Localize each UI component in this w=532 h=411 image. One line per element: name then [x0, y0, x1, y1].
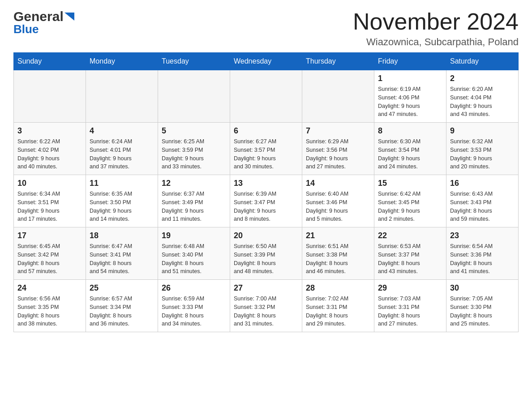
- calendar-cell: 20Sunrise: 6:50 AM Sunset: 3:39 PM Dayli…: [230, 227, 302, 280]
- day-number: 4: [90, 126, 154, 136]
- day-number: 30: [450, 283, 515, 293]
- svg-marker-0: [64, 13, 74, 21]
- day-number: 15: [378, 179, 442, 188]
- day-of-week-header: Tuesday: [158, 53, 230, 70]
- day-sun-info: Sunrise: 6:20 AM Sunset: 4:04 PM Dayligh…: [450, 85, 515, 119]
- calendar-cell: 24Sunrise: 6:56 AM Sunset: 3:35 PM Dayli…: [14, 280, 86, 332]
- calendar-cell: 6Sunrise: 6:27 AM Sunset: 3:57 PM Daylig…: [230, 123, 302, 175]
- day-number: 27: [234, 283, 298, 293]
- day-number: 22: [378, 231, 442, 240]
- day-sun-info: Sunrise: 6:45 AM Sunset: 3:42 PM Dayligh…: [17, 242, 82, 276]
- calendar-week-row: 17Sunrise: 6:45 AM Sunset: 3:42 PM Dayli…: [14, 227, 519, 280]
- calendar-cell: 18Sunrise: 6:47 AM Sunset: 3:41 PM Dayli…: [86, 227, 158, 280]
- calendar-cell: 29Sunrise: 7:03 AM Sunset: 3:31 PM Dayli…: [374, 280, 446, 332]
- day-sun-info: Sunrise: 7:05 AM Sunset: 3:30 PM Dayligh…: [450, 295, 515, 328]
- logo: General Blue: [13, 9, 74, 36]
- day-sun-info: Sunrise: 7:02 AM Sunset: 3:31 PM Dayligh…: [306, 295, 370, 328]
- day-of-week-header: Saturday: [446, 53, 519, 70]
- day-number: 7: [306, 126, 370, 136]
- calendar-cell: 23Sunrise: 6:54 AM Sunset: 3:36 PM Dayli…: [446, 227, 519, 280]
- day-number: 21: [306, 231, 370, 240]
- calendar-cell: 19Sunrise: 6:48 AM Sunset: 3:40 PM Dayli…: [158, 227, 230, 280]
- day-number: 18: [90, 231, 154, 240]
- calendar-cell: 12Sunrise: 6:37 AM Sunset: 3:49 PM Dayli…: [158, 175, 230, 227]
- day-sun-info: Sunrise: 6:56 AM Sunset: 3:35 PM Dayligh…: [17, 295, 82, 328]
- logo-icon: [64, 13, 74, 21]
- calendar-cell: [230, 70, 302, 123]
- calendar-cell: 14Sunrise: 6:40 AM Sunset: 3:46 PM Dayli…: [302, 175, 374, 227]
- day-number: 20: [234, 231, 298, 240]
- day-of-week-header: Friday: [374, 53, 446, 70]
- day-number: 24: [17, 283, 82, 293]
- day-number: 19: [162, 231, 226, 240]
- calendar-cell: [302, 70, 374, 123]
- day-number: 3: [17, 126, 82, 136]
- day-of-week-header: Wednesday: [230, 53, 302, 70]
- calendar-cell: 27Sunrise: 7:00 AM Sunset: 3:32 PM Dayli…: [230, 280, 302, 332]
- day-number: 23: [450, 231, 515, 240]
- day-sun-info: Sunrise: 6:54 AM Sunset: 3:36 PM Dayligh…: [450, 242, 515, 276]
- day-number: 12: [162, 179, 226, 188]
- day-sun-info: Sunrise: 6:50 AM Sunset: 3:39 PM Dayligh…: [234, 242, 298, 276]
- day-sun-info: Sunrise: 6:35 AM Sunset: 3:50 PM Dayligh…: [90, 190, 154, 223]
- calendar-cell: 4Sunrise: 6:24 AM Sunset: 4:01 PM Daylig…: [86, 123, 158, 175]
- day-number: 1: [378, 74, 442, 83]
- calendar-cell: 25Sunrise: 6:57 AM Sunset: 3:34 PM Dayli…: [86, 280, 158, 332]
- day-number: 13: [234, 179, 298, 188]
- day-sun-info: Sunrise: 6:24 AM Sunset: 4:01 PM Dayligh…: [90, 137, 154, 171]
- day-sun-info: Sunrise: 6:30 AM Sunset: 3:54 PM Dayligh…: [378, 137, 442, 171]
- page-header: General Blue November 2024 Wiazownica, S…: [13, 9, 519, 48]
- title-section: November 2024 Wiazownica, Subcarpathia, …: [353, 9, 519, 48]
- calendar-week-row: 10Sunrise: 6:34 AM Sunset: 3:51 PM Dayli…: [14, 175, 519, 227]
- calendar-cell: 10Sunrise: 6:34 AM Sunset: 3:51 PM Dayli…: [14, 175, 86, 227]
- calendar-cell: 7Sunrise: 6:29 AM Sunset: 3:56 PM Daylig…: [302, 123, 374, 175]
- day-sun-info: Sunrise: 7:03 AM Sunset: 3:31 PM Dayligh…: [378, 295, 442, 328]
- month-title: November 2024: [353, 9, 519, 34]
- calendar-cell: 13Sunrise: 6:39 AM Sunset: 3:47 PM Dayli…: [230, 175, 302, 227]
- calendar-table: SundayMondayTuesdayWednesdayThursdayFrid…: [13, 52, 519, 332]
- day-sun-info: Sunrise: 6:27 AM Sunset: 3:57 PM Dayligh…: [234, 137, 298, 171]
- day-of-week-header: Thursday: [302, 53, 374, 70]
- location-subtitle: Wiazownica, Subcarpathia, Poland: [353, 36, 519, 48]
- day-sun-info: Sunrise: 6:34 AM Sunset: 3:51 PM Dayligh…: [17, 190, 82, 223]
- calendar-cell: 15Sunrise: 6:42 AM Sunset: 3:45 PM Dayli…: [374, 175, 446, 227]
- day-sun-info: Sunrise: 6:48 AM Sunset: 3:40 PM Dayligh…: [162, 242, 226, 276]
- day-number: 29: [378, 283, 442, 293]
- day-sun-info: Sunrise: 6:57 AM Sunset: 3:34 PM Dayligh…: [90, 295, 154, 328]
- day-number: 5: [162, 126, 226, 136]
- calendar-week-row: 1Sunrise: 6:19 AM Sunset: 4:06 PM Daylig…: [14, 70, 519, 123]
- day-sun-info: Sunrise: 6:39 AM Sunset: 3:47 PM Dayligh…: [234, 190, 298, 223]
- day-sun-info: Sunrise: 6:37 AM Sunset: 3:49 PM Dayligh…: [162, 190, 226, 223]
- calendar-header-row: SundayMondayTuesdayWednesdayThursdayFrid…: [14, 53, 519, 70]
- calendar-cell: 1Sunrise: 6:19 AM Sunset: 4:06 PM Daylig…: [374, 70, 446, 123]
- day-sun-info: Sunrise: 7:00 AM Sunset: 3:32 PM Dayligh…: [234, 295, 298, 328]
- day-number: 16: [450, 179, 515, 188]
- calendar-cell: 5Sunrise: 6:25 AM Sunset: 3:59 PM Daylig…: [158, 123, 230, 175]
- calendar-cell: [14, 70, 86, 123]
- day-sun-info: Sunrise: 6:53 AM Sunset: 3:37 PM Dayligh…: [378, 242, 442, 276]
- day-sun-info: Sunrise: 6:29 AM Sunset: 3:56 PM Dayligh…: [306, 137, 370, 171]
- day-number: 14: [306, 179, 370, 188]
- day-sun-info: Sunrise: 6:19 AM Sunset: 4:06 PM Dayligh…: [378, 85, 442, 119]
- day-number: 9: [450, 126, 515, 136]
- calendar-week-row: 3Sunrise: 6:22 AM Sunset: 4:02 PM Daylig…: [14, 123, 519, 175]
- day-number: 28: [306, 283, 370, 293]
- logo-blue-text: Blue: [13, 22, 39, 36]
- day-sun-info: Sunrise: 6:32 AM Sunset: 3:53 PM Dayligh…: [450, 137, 515, 171]
- calendar-cell: 21Sunrise: 6:51 AM Sunset: 3:38 PM Dayli…: [302, 227, 374, 280]
- calendar-cell: [86, 70, 158, 123]
- day-number: 10: [17, 179, 82, 188]
- calendar-cell: 30Sunrise: 7:05 AM Sunset: 3:30 PM Dayli…: [446, 280, 519, 332]
- day-of-week-header: Monday: [86, 53, 158, 70]
- day-sun-info: Sunrise: 6:40 AM Sunset: 3:46 PM Dayligh…: [306, 190, 370, 223]
- calendar-cell: 11Sunrise: 6:35 AM Sunset: 3:50 PM Dayli…: [86, 175, 158, 227]
- day-number: 11: [90, 179, 154, 188]
- calendar-cell: [158, 70, 230, 123]
- day-number: 8: [378, 126, 442, 136]
- day-of-week-header: Sunday: [14, 53, 86, 70]
- calendar-cell: 9Sunrise: 6:32 AM Sunset: 3:53 PM Daylig…: [446, 123, 519, 175]
- calendar-cell: 17Sunrise: 6:45 AM Sunset: 3:42 PM Dayli…: [14, 227, 86, 280]
- calendar-week-row: 24Sunrise: 6:56 AM Sunset: 3:35 PM Dayli…: [14, 280, 519, 332]
- day-sun-info: Sunrise: 6:22 AM Sunset: 4:02 PM Dayligh…: [17, 137, 82, 171]
- day-number: 17: [17, 231, 82, 240]
